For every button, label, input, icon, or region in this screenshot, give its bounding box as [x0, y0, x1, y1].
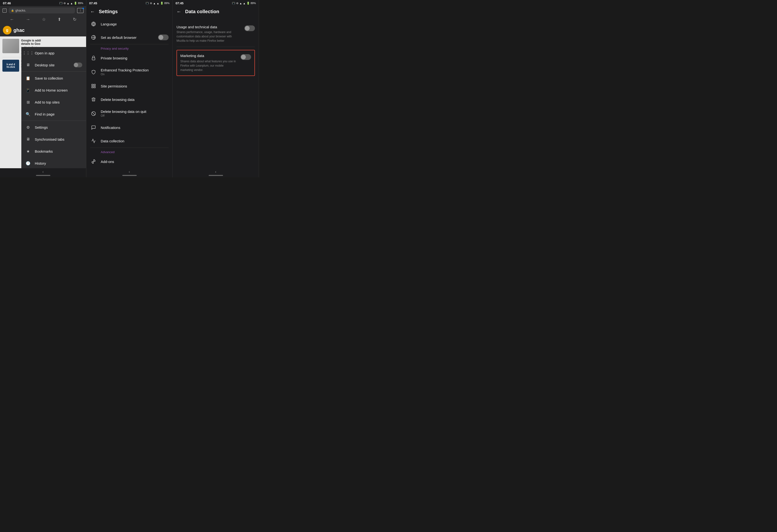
marketing-text: Marketing data Shares data about what fe…: [180, 54, 237, 72]
delete-quit-sub: Off: [101, 114, 169, 117]
menu-item-history[interactable]: 🕐 History: [21, 157, 86, 168]
sync-tabs-label: Synchronised tabs: [35, 137, 82, 141]
settings-item-data-collection[interactable]: Data collection: [86, 134, 173, 148]
tracking-icon: [90, 69, 97, 76]
add-home-label: Add to Home screen: [35, 88, 82, 92]
bottom-back-button-3[interactable]: ‹: [215, 170, 216, 174]
settings-list: Language Set as default browser Privacy …: [86, 17, 173, 168]
settings-label: Settings: [35, 125, 82, 129]
tracking-sub: On: [101, 73, 169, 76]
battery-icon-3: 🔋 89%: [246, 2, 256, 5]
signal-icon: ▲: [70, 2, 73, 5]
browser-content: g ghac Google is addidetails to Goo by M…: [0, 24, 86, 168]
addons-settings-label: Add-ons: [101, 160, 169, 164]
menu-item-open-app[interactable]: ⋮⋮⋮ Open in app: [21, 47, 86, 59]
language-label: Language: [101, 22, 169, 26]
site-header: g ghac: [0, 24, 86, 36]
context-menu: ⋮⋮⋮ Open in app 🖥 Desktop site 📋 Save to…: [21, 47, 86, 168]
settings-item-delete-on-quit[interactable]: Delete browsing data on quit Off: [86, 106, 173, 121]
menu-item-bookmarks[interactable]: ★ Bookmarks: [21, 145, 86, 157]
usage-text: Usage and technical data Shares performa…: [177, 25, 240, 43]
bottom-bar-2: ‹: [86, 168, 173, 177]
marketing-box: Marketing data Shares data about what fe…: [177, 50, 255, 76]
menu-item-add-top-sites[interactable]: ⊞ Add to top sites: [21, 96, 86, 108]
site-permissions-icon: [90, 83, 97, 89]
status-bar-3: 07:45 📳 ⊖ ▲ ▲ 🔋 89%: [173, 0, 259, 6]
svg-rect-8: [94, 87, 95, 88]
bookmark-button[interactable]: ☆: [42, 17, 46, 22]
back-button[interactable]: ←: [10, 17, 14, 22]
menu-item-settings[interactable]: ⚙ Settings: [21, 121, 86, 133]
bookmarks-label: Bookmarks: [35, 149, 82, 153]
forward-button[interactable]: →: [26, 17, 30, 22]
refresh-button[interactable]: ↻: [73, 17, 77, 22]
battery-icon-2: 🔋 89%: [160, 2, 170, 5]
save-collection-label: Save to collection: [35, 76, 82, 80]
home-indicator-2: [122, 175, 137, 176]
svg-rect-6: [94, 84, 95, 86]
svg-rect-5: [92, 84, 93, 86]
settings-page-title: Settings: [99, 9, 118, 14]
site-name: ghac: [13, 27, 25, 33]
data-collection-back-button[interactable]: ←: [177, 9, 181, 14]
vibrate-icon: 📳: [59, 2, 63, 5]
status-icons-2: 📳 ⊖ ▲ ▲ 🔋 89%: [145, 2, 170, 5]
default-browser-toggle[interactable]: [158, 34, 169, 40]
find-page-icon: 🔍: [25, 111, 31, 117]
settings-item-addons[interactable]: Add-ons: [86, 155, 173, 168]
settings-item-notifications[interactable]: Notifications: [86, 121, 173, 134]
usage-title: Usage and technical data: [177, 25, 240, 29]
settings-back-button[interactable]: ←: [90, 9, 95, 14]
bottom-back-button-2[interactable]: ‹: [129, 170, 130, 174]
private-browsing-icon: [90, 55, 97, 61]
private-browsing-label: Private browsing: [101, 56, 169, 60]
settings-header: ← Settings: [86, 6, 173, 17]
vibrate-icon-2: 📳: [145, 2, 149, 5]
tab-counter[interactable]: 1: [77, 8, 84, 13]
time-1: 07:46: [3, 1, 11, 5]
svg-rect-4: [92, 58, 95, 60]
usage-toggle[interactable]: [244, 25, 255, 31]
history-icon: 🕐: [25, 160, 31, 166]
addons-settings-icon: [90, 158, 97, 165]
open-app-icon: ⋮⋮⋮: [25, 50, 31, 56]
data-collection-title: Data collection: [185, 9, 219, 14]
delete-quit-label: Delete browsing data on quit: [101, 110, 169, 114]
dnd-icon: ⊖: [64, 2, 66, 5]
add-top-sites-icon: ⊞: [25, 99, 31, 105]
marketing-toggle[interactable]: [240, 54, 251, 60]
privacy-section-label: Privacy and security: [86, 44, 173, 51]
shield-icon: 🛡: [2, 8, 7, 13]
wifi-icon-2: ▲: [153, 2, 156, 5]
delete-data-icon: [90, 96, 97, 103]
settings-item-delete-data[interactable]: Delete browsing data: [86, 93, 173, 106]
dnd-icon-3: ⊖: [236, 2, 238, 5]
settings-item-private-browsing[interactable]: Private browsing: [86, 51, 173, 65]
dc-divider: [177, 47, 255, 47]
dc-item-usage: Usage and technical data Shares performa…: [177, 21, 255, 47]
delete-data-label: Delete browsing data: [101, 98, 169, 102]
share-button[interactable]: ⬆: [58, 17, 61, 22]
menu-item-desktop-site[interactable]: 🖥 Desktop site: [21, 59, 86, 71]
status-bar-2: 07:45 📳 ⊖ ▲ ▲ 🔋 89%: [86, 0, 173, 6]
lock-icon: 🔒: [11, 9, 14, 12]
bottom-back-button[interactable]: ‹: [42, 170, 44, 174]
menu-item-add-home[interactable]: 📱 Add to Home screen: [21, 84, 86, 96]
status-bar-1: 07:46 📳 ⊖ ▲ ▲ 🔋 89%: [0, 0, 86, 6]
panel-settings: 07:45 📳 ⊖ ▲ ▲ 🔋 89% ← Settings Language: [86, 0, 173, 177]
menu-item-save-collection[interactable]: 📋 Save to collection: [21, 72, 86, 84]
dnd-icon-2: ⊖: [150, 2, 152, 5]
tracking-label: Enhanced Tracking Protection: [101, 68, 169, 72]
settings-item-tracking[interactable]: Enhanced Tracking Protection On: [86, 65, 173, 79]
time-3: 07:45: [176, 1, 184, 5]
battery-icon: 🔋 89%: [74, 2, 83, 5]
settings-item-site-permissions[interactable]: Site permissions: [86, 79, 173, 93]
settings-item-default-browser[interactable]: Set as default browser: [86, 31, 173, 44]
desktop-site-toggle[interactable]: [74, 62, 82, 68]
site-permissions-label: Site permissions: [101, 84, 169, 88]
default-browser-label: Set as default browser: [101, 35, 154, 39]
menu-item-find-page[interactable]: 🔍 Find in page: [21, 108, 86, 120]
settings-item-language[interactable]: Language: [86, 17, 173, 31]
menu-item-sync-tabs[interactable]: 🖥 Synchronised tabs: [21, 133, 86, 145]
url-bar[interactable]: 🔒 ghacks.: [9, 7, 75, 13]
